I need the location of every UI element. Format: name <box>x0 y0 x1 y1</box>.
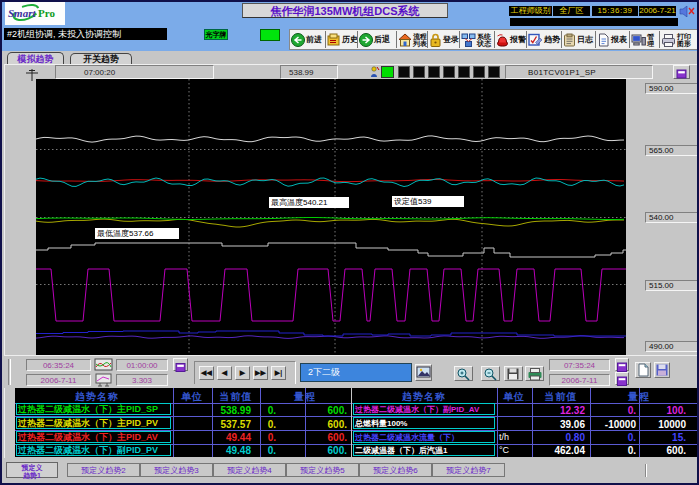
svg-text:Smart: Smart <box>8 7 36 19</box>
svg-text:Pro: Pro <box>38 7 55 19</box>
